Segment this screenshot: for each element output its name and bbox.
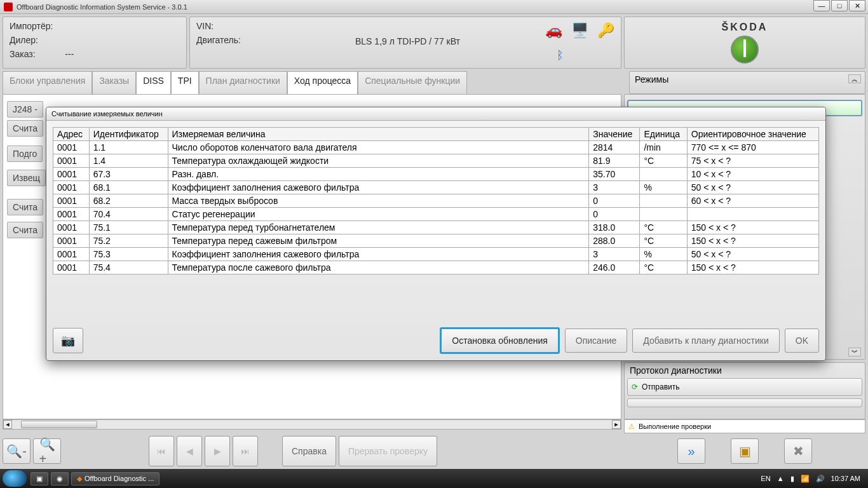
protocol-item-2[interactable] (627, 398, 862, 407)
col-unit[interactable]: Единица (640, 128, 687, 141)
tab-process[interactable]: Ход процесса (287, 71, 358, 94)
bluetooth-icon: ᛒ (557, 49, 564, 62)
start-button[interactable] (3, 470, 27, 487)
tray-battery-icon[interactable]: ▮ (790, 475, 794, 483)
task-chrome[interactable]: ◉ (51, 472, 69, 485)
cell-measure: Температура охлаждающей жидкости (168, 154, 589, 168)
nav-last-button[interactable]: ⏭ (233, 436, 258, 466)
cell-ref (687, 208, 818, 221)
vin-label: VIN: (196, 21, 214, 31)
tab-diss[interactable]: DISS (136, 71, 171, 94)
nav-prev-button[interactable]: ◀ (177, 436, 202, 466)
nav-first-button[interactable]: ⏮ (149, 436, 174, 466)
tab-tpi[interactable]: TPI (171, 71, 199, 94)
table-row[interactable]: 000168.2Масса твердых выбросов060 < x < … (53, 194, 819, 208)
tab-special[interactable]: Специальные функции (358, 71, 467, 94)
nav-prev-icon: ◀ (186, 446, 193, 456)
tab-orders[interactable]: Заказы (92, 71, 136, 94)
description-button[interactable]: Описание (565, 329, 627, 353)
cell-addr: 0001 (53, 194, 90, 208)
cell-ref: 150 < x < ? (687, 221, 818, 234)
horizontal-scrollbar[interactable]: ◄ ► (3, 419, 621, 430)
task-app[interactable]: ◆ Offboard Diagnostic ... (71, 472, 159, 485)
stub-read2[interactable]: Счита (7, 199, 43, 215)
cell-measure: Температура после сажевого фильтра (168, 261, 589, 274)
send-button[interactable]: ⟳ Отправить (627, 378, 862, 396)
tray-network-icon[interactable]: 📶 (801, 475, 810, 483)
cell-addr: 0001 (53, 181, 90, 194)
cell-ref: 10 < x < ? (687, 168, 818, 181)
app-icon (4, 3, 13, 11)
tray-time[interactable]: 10:37 AM (831, 475, 860, 482)
zoom-out-icon: 🔍- (6, 444, 27, 459)
col-value[interactable]: Значение (589, 128, 640, 141)
table-row[interactable]: 000175.4Температура после сажевого фильт… (53, 261, 819, 274)
vehicle-panel: VIN: Двигатель: BLS 1,9 л TDI-PD / 77 кВ… (189, 17, 621, 69)
cell-unit: °C (640, 234, 687, 248)
camera-icon: 📷 (61, 334, 75, 348)
table-row[interactable]: 000175.1Температура перед турбонагнетате… (53, 221, 819, 234)
cell-addr: 0001 (53, 208, 90, 221)
stub-read3[interactable]: Счита (7, 222, 43, 238)
tray-flag-icon[interactable]: ▲ (777, 475, 784, 482)
col-addr[interactable]: Адрес (53, 128, 90, 141)
stub-prep[interactable]: Подго (7, 146, 43, 162)
table-row[interactable]: 000167.3Разн. давл.35.7010 < x < ? (53, 168, 819, 181)
help-button[interactable]: Справка (282, 436, 336, 466)
cell-id: 75.2 (89, 234, 168, 248)
nav-last-icon: ⏭ (241, 446, 250, 456)
ok-button[interactable]: OK (785, 329, 819, 353)
cell-unit: % (640, 181, 687, 194)
minimize-button[interactable]: — (813, 0, 830, 11)
cell-addr: 0001 (53, 234, 90, 248)
cell-unit: % (640, 248, 687, 261)
maximize-button[interactable]: □ (831, 0, 848, 11)
table-row[interactable]: 000175.3Коэффициент заполнения сажевого … (53, 248, 819, 261)
status-text: Выполнение проверки (639, 423, 711, 430)
cell-id: 68.1 (89, 181, 168, 194)
cell-unit: °C (640, 221, 687, 234)
zoom-out-button[interactable]: 🔍- (3, 438, 31, 464)
table-row[interactable]: 000175.2Температура перед сажевым фильтр… (53, 234, 819, 248)
table-row[interactable]: 000170.4Статус регенерации0 (53, 208, 819, 221)
expand-icon[interactable]: ︾ (848, 348, 861, 356)
nav-next-button[interactable]: ▶ (205, 436, 230, 466)
screenshot-button[interactable]: 📷 (53, 328, 83, 353)
scroll-thumb[interactable] (21, 421, 97, 428)
taskbar: ▣ ◉ ◆ Offboard Diagnostic ... EN ▲ ▮ 📶 🔊… (0, 469, 868, 488)
window-titlebar: Offboard Diagnostic Information System S… (0, 0, 868, 14)
cell-addr: 0001 (53, 168, 90, 181)
select-icon: ▣ (739, 444, 751, 459)
table-row[interactable]: 00011.1Число оборотов коленчатого вала д… (53, 141, 819, 154)
select-button[interactable]: ▣ (731, 438, 759, 464)
zoom-in-button[interactable]: 🔍+ (33, 438, 61, 464)
forward-button[interactable]: » (677, 438, 705, 464)
cell-id: 70.4 (89, 208, 168, 221)
tab-diag-plan[interactable]: План диагностики (199, 71, 287, 94)
cell-value: 3 (589, 248, 640, 261)
cube-icon: ▣ (36, 475, 43, 483)
tray-sound-icon[interactable]: 🔊 (816, 475, 825, 483)
importer-panel: Импортёр: Дилер: Заказ: --- (3, 17, 187, 69)
cell-ref: 770 <= x <= 870 (687, 141, 818, 154)
stub-j248: J248 - (7, 101, 43, 118)
stop-check-button[interactable]: Прервать проверку (339, 436, 437, 466)
close-button[interactable]: ✕ (849, 0, 865, 11)
tray-lang[interactable]: EN (761, 475, 770, 482)
scroll-right-icon[interactable]: ► (612, 420, 621, 429)
stop-update-button[interactable]: Остановка обновления (440, 327, 560, 354)
task-cube[interactable]: ▣ (31, 472, 48, 485)
tab-control-units[interactable]: Блоки управления (3, 71, 92, 94)
collapse-icon[interactable]: ︽ (848, 74, 861, 83)
cancel-button[interactable]: ✖ (784, 438, 812, 464)
scroll-left-icon[interactable]: ◄ (3, 420, 12, 429)
col-id[interactable]: Идентификатор (89, 128, 168, 141)
stub-read: Счита (7, 120, 43, 137)
cell-id: 75.4 (89, 261, 168, 274)
table-row[interactable]: 00011.4Температура охлаждающей жидкости8… (53, 154, 819, 168)
col-ref[interactable]: Ориентировочное значение (687, 128, 818, 141)
table-row[interactable]: 000168.1Коэффициент заполнения сажевого … (53, 181, 819, 194)
add-to-plan-button[interactable]: Добавить к плану диагностики (632, 329, 780, 353)
col-measure[interactable]: Измеряемая величина (168, 128, 589, 141)
stub-notify[interactable]: Извещ (7, 170, 46, 186)
